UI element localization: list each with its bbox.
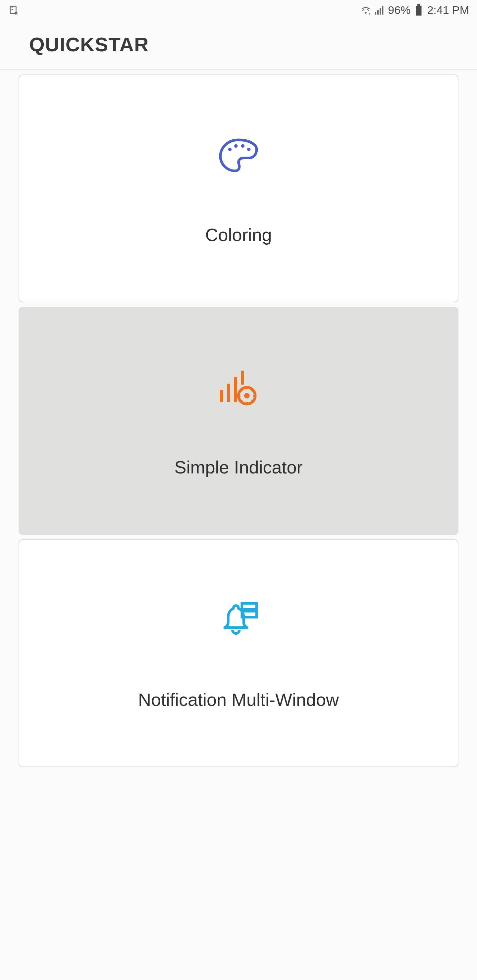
battery-icon bbox=[413, 4, 424, 16]
svg-text:↕: ↕ bbox=[369, 12, 371, 16]
app-header: QUICKSTAR bbox=[0, 20, 477, 69]
svg-point-13 bbox=[234, 144, 238, 148]
svg-rect-22 bbox=[242, 604, 256, 609]
card-label-notification: Notification Multi-Window bbox=[138, 689, 339, 710]
card-simple-indicator[interactable]: Simple Indicator bbox=[19, 307, 458, 535]
svg-point-21 bbox=[244, 393, 250, 399]
wifi-icon: ↕ bbox=[360, 4, 371, 16]
svg-point-12 bbox=[228, 148, 231, 151]
svg-rect-9 bbox=[382, 6, 383, 14]
card-container: Coloring Simple Indicator N bbox=[0, 75, 477, 767]
card-coloring[interactable]: Coloring bbox=[19, 75, 458, 302]
svg-rect-11 bbox=[416, 6, 422, 16]
card-label-coloring: Coloring bbox=[205, 224, 272, 245]
status-left bbox=[8, 4, 19, 16]
svg-rect-18 bbox=[234, 377, 237, 402]
document-icon bbox=[8, 4, 19, 16]
status-bar: ↕ 96% 2:41 PM bbox=[0, 0, 477, 20]
svg-rect-16 bbox=[220, 390, 223, 402]
palette-icon bbox=[215, 132, 262, 178]
battery-percent: 96% bbox=[388, 4, 410, 17]
status-right: ↕ 96% 2:41 PM bbox=[360, 4, 469, 17]
notification-icon bbox=[215, 597, 262, 643]
svg-rect-7 bbox=[377, 10, 379, 14]
header-divider bbox=[0, 69, 477, 70]
svg-point-14 bbox=[241, 144, 244, 148]
svg-rect-10 bbox=[417, 4, 420, 6]
indicator-icon bbox=[215, 364, 262, 410]
status-time: 2:41 PM bbox=[427, 4, 469, 17]
svg-rect-17 bbox=[227, 384, 230, 402]
signal-icon bbox=[374, 4, 385, 16]
svg-rect-6 bbox=[375, 12, 376, 15]
card-notification-multi-window[interactable]: Notification Multi-Window bbox=[19, 539, 458, 767]
svg-rect-19 bbox=[241, 371, 244, 385]
svg-rect-8 bbox=[380, 8, 381, 14]
card-label-simple-indicator: Simple Indicator bbox=[174, 457, 302, 477]
svg-point-15 bbox=[247, 148, 250, 151]
app-title: QUICKSTAR bbox=[29, 33, 448, 56]
